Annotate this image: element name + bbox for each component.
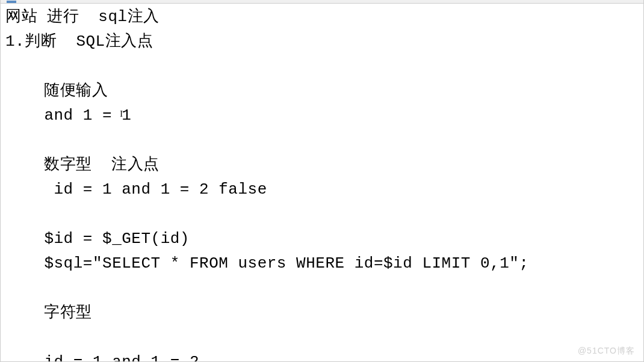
editor-line: 网站 进行 sql注入	[5, 5, 639, 29]
editor-line: and 1 = 1	[5, 103, 639, 128]
editor-line	[5, 325, 639, 350]
tool-icon	[7, 1, 16, 3]
watermark: @51CTO博客	[578, 346, 635, 357]
editor-line: $id = $_GET(id)	[5, 227, 639, 251]
editor-line	[5, 54, 639, 79]
line-text: 1	[122, 106, 131, 124]
editor-line: 字符型	[5, 301, 639, 325]
editor-line	[5, 128, 639, 153]
editor-line	[5, 276, 639, 301]
editor-line: 1.判断 SQL注入点	[5, 29, 639, 54]
editor-line: id = 1 and 1 = 2 false	[5, 177, 639, 202]
editor-line: id = 1 and 1 = 2	[5, 350, 639, 362]
editor-line: $sql="SELECT * FROM users WHERE id=$id L…	[5, 251, 639, 276]
editor-line	[5, 202, 639, 227]
editor-content[interactable]: 网站 进行 sql注入1.判断 SQL注入点 随便输入 and 1 = 1 数字…	[1, 4, 643, 362]
line-text: and 1 =	[5, 106, 122, 124]
editor-line: 随便输入	[5, 79, 639, 103]
editor-line: 数字型 注入点	[5, 153, 639, 177]
